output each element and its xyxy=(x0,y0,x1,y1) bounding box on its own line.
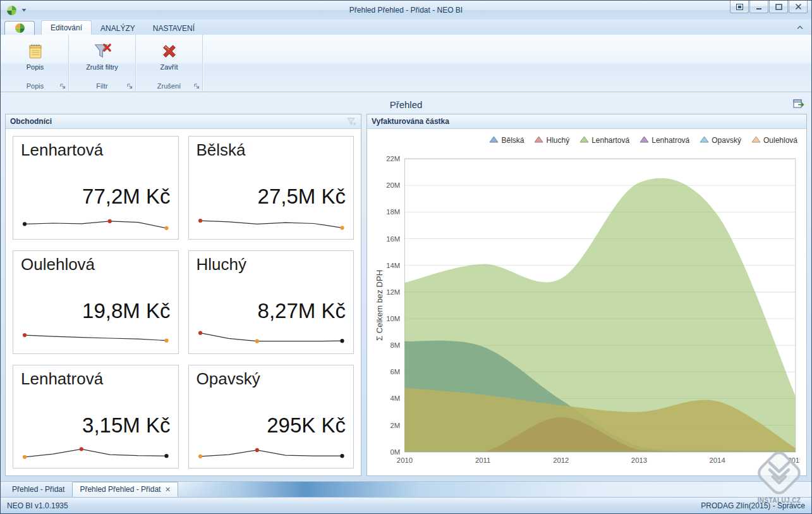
document-tab-prehled-pridat[interactable]: Přehled - Přidat xyxy=(4,482,72,497)
ribbon-tab-editovani[interactable]: Editování xyxy=(41,20,92,35)
document-tab-prehled-prehled-pridat[interactable]: Přehled Přehled - Přidat× xyxy=(72,482,178,497)
status-bar: NEO BI v1.0.1935 PRODAG Zlín(2015) - Spr… xyxy=(1,497,811,513)
document-tab-label: Přehled - Přidat xyxy=(12,485,64,494)
chart-panel-header: Vyfakturována částka xyxy=(367,114,806,129)
legend-item-belska[interactable]: Bělská xyxy=(489,136,524,145)
legend-item-opavsky[interactable]: Opavský xyxy=(700,136,741,145)
filter-icon[interactable] xyxy=(347,118,356,126)
ribbon-button-popis[interactable]: Popis xyxy=(11,39,59,73)
quick-access-dropdown-icon[interactable] xyxy=(21,8,27,12)
salespeople-panel: Obchodníci Lenhartová77,2M KčBělská27,5M… xyxy=(5,114,361,476)
chart-legend: BělskáHluchýLenhartováLenhatrováOpavskýO… xyxy=(373,130,800,149)
kpi-card-belska[interactable]: Bělská27,5M Kč xyxy=(188,136,354,240)
svg-text:14M: 14M xyxy=(386,262,400,269)
dialog-launcher-icon[interactable] xyxy=(126,83,133,90)
legend-item-oulehlova[interactable]: Oulehlová xyxy=(751,136,797,145)
instaluj-watermark: INSTALUJ.CZ xyxy=(748,448,811,504)
clear-filter-icon xyxy=(92,41,112,61)
ribbon-group-popis: PopisPopis xyxy=(2,35,69,92)
kpi-sparkline xyxy=(21,441,171,463)
kpi-value: 19,8M Kč xyxy=(21,300,171,322)
page-title: Přehled xyxy=(390,99,423,110)
ribbon-button-zrusit-filtry[interactable]: Zrušit filtry xyxy=(78,39,126,73)
ribbon-group-zruseni: ZavřítZrušení xyxy=(136,35,203,92)
kpi-value: 27,5M Kč xyxy=(197,186,346,208)
file-menu-button[interactable] xyxy=(4,21,35,35)
svg-text:16M: 16M xyxy=(386,235,400,243)
ribbon-button-label: Zavřít xyxy=(160,63,178,71)
svg-text:0M: 0M xyxy=(391,448,401,456)
tabstrip-gradient xyxy=(178,482,811,497)
status-version: NEO BI v1.0.1935 xyxy=(7,501,68,510)
kpi-card-hluchy[interactable]: Hluchý8,27M Kč xyxy=(188,250,354,354)
kpi-card-opavsky[interactable]: Opavský295K Kč xyxy=(188,365,354,468)
dialog-launcher-icon[interactable] xyxy=(193,83,200,90)
legend-marker-icon xyxy=(489,136,499,145)
ribbon-tab-nastaveni[interactable]: NASTAVENÍ xyxy=(144,21,203,35)
legend-label: Hluchý xyxy=(546,136,569,145)
close-button[interactable] xyxy=(789,1,808,13)
window-title: Přehled Přehled - Přidat - NEO BI xyxy=(1,6,811,15)
fullscreen-button[interactable] xyxy=(730,1,749,13)
legend-label: Opavský xyxy=(712,136,741,145)
kpi-name: Lenhartová xyxy=(21,140,171,160)
area-chart: 0M2M4M6M8M10M12M14M16M18M20M22M201020112… xyxy=(373,149,800,470)
kpi-sparkline xyxy=(197,327,346,348)
kpi-sparkline xyxy=(21,327,171,348)
svg-text:8M: 8M xyxy=(391,341,401,349)
ribbon-group-footer: Popis xyxy=(2,80,68,92)
ribbon-collapse-icon[interactable] xyxy=(794,22,806,32)
kpi-card-grid: Lenhartová77,2M KčBělská27,5M KčOulehlov… xyxy=(6,129,361,475)
chart-panel: Vyfakturována částka BělskáHluchýLenhart… xyxy=(367,114,807,476)
svg-text:18M: 18M xyxy=(386,209,400,216)
kpi-sparkline xyxy=(21,212,171,234)
kpi-name: Bělská xyxy=(197,140,346,160)
legend-label: Oulehlová xyxy=(763,136,797,145)
ribbon-tabs: EditováníANALÝZYNASTAVENÍ xyxy=(41,20,203,35)
chart-panel-title: Vyfakturována částka xyxy=(372,117,449,126)
kpi-card-lenhatrova[interactable]: Lenhatrová3,15M Kč xyxy=(13,365,179,468)
kpi-name: Opavský xyxy=(197,369,346,389)
kpi-sparkline xyxy=(197,212,346,234)
svg-text:22M: 22M xyxy=(386,155,400,162)
chart-container: BělskáHluchýLenhartováLenhatrováOpavskýO… xyxy=(367,129,806,475)
ribbon-group-buttons: Zavřít xyxy=(136,35,202,80)
kpi-name: Oulehlová xyxy=(21,255,171,274)
ribbon: PopisPopisZrušit filtryFiltrZavřítZrušen… xyxy=(1,35,811,92)
ribbon-button-zavrit[interactable]: Zavřít xyxy=(145,39,193,73)
ribbon-group-label: Filtr xyxy=(96,82,107,90)
svg-text:6M: 6M xyxy=(391,368,401,376)
maximize-button[interactable] xyxy=(769,1,788,13)
kpi-card-lenhartova[interactable]: Lenhartová77,2M Kč xyxy=(13,136,179,240)
kpi-card-oulehlova[interactable]: Oulehlová19,8M Kč xyxy=(13,250,179,354)
kpi-name: Hluchý xyxy=(197,255,346,274)
svg-text:Σ Celkem bez DPH: Σ Celkem bez DPH xyxy=(375,270,384,341)
legend-item-lenhatrova[interactable]: Lenhatrová xyxy=(639,136,689,145)
ribbon-group-footer: Zrušení xyxy=(136,80,202,92)
document-tab-label: Přehled Přehled - Přidat xyxy=(80,485,161,494)
app-logo-icon[interactable] xyxy=(6,5,17,16)
ribbon-button-label: Zrušit filtry xyxy=(86,63,118,71)
legend-marker-icon xyxy=(751,136,761,145)
legend-marker-icon xyxy=(579,136,589,145)
legend-label: Lenhatrová xyxy=(651,136,689,145)
legend-marker-icon xyxy=(534,136,543,145)
close-red-icon xyxy=(159,41,179,61)
dialog-launcher-icon[interactable] xyxy=(59,83,66,90)
workspace: Přehled Obchodníci Lenhartová77,2M KčBěl… xyxy=(1,92,811,481)
legend-item-lenhartova[interactable]: Lenhartová xyxy=(579,136,629,145)
svg-text:2010: 2010 xyxy=(397,456,413,464)
legend-item-hluchy[interactable]: Hluchý xyxy=(534,136,569,145)
page-header: Přehled xyxy=(5,95,807,114)
legend-marker-icon xyxy=(639,136,649,145)
legend-label: Bělská xyxy=(501,136,524,145)
export-report-icon[interactable] xyxy=(792,98,805,110)
ribbon-tab-analyzy[interactable]: ANALÝZY xyxy=(92,21,144,35)
dashboard-panels: Obchodníci Lenhartová77,2M KčBělská27,5M… xyxy=(5,114,807,476)
title-bar: Přehled Přehled - Přidat - NEO BI xyxy=(1,1,811,20)
app-window: Přehled Přehled - Přidat - NEO BI Editov… xyxy=(0,0,812,514)
tab-close-icon[interactable]: × xyxy=(165,485,170,494)
svg-text:12M: 12M xyxy=(386,288,400,296)
minimize-button[interactable] xyxy=(749,1,768,13)
kpi-value: 295K Kč xyxy=(197,415,346,437)
